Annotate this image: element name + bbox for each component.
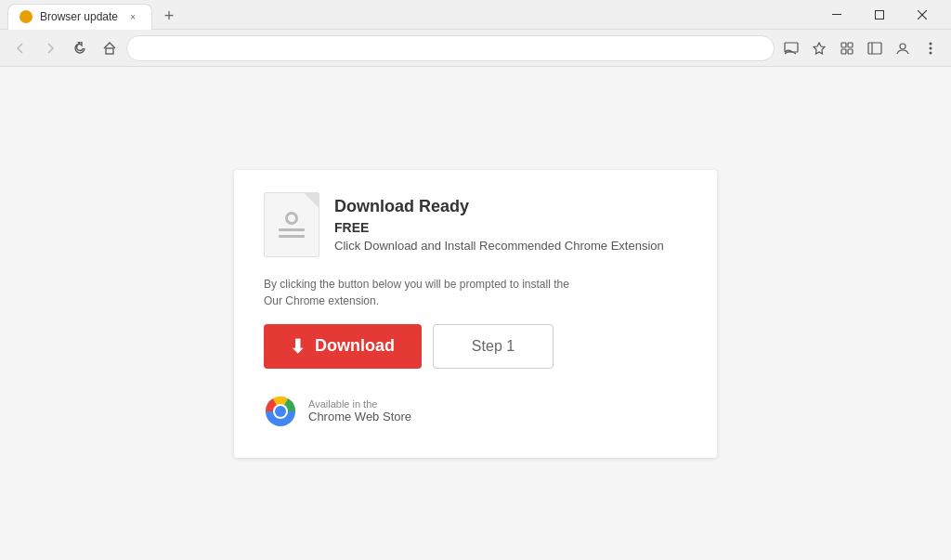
page-content: Download Ready FREE Click Download and I… [0,67,951,560]
sidebar-button[interactable] [862,35,888,61]
file-icon-line1 [279,228,305,231]
tab-strip: Browser update × + [7,0,182,30]
title-bar: Browser update × + [0,0,951,30]
window-controls [815,0,944,30]
profile-button[interactable] [890,35,916,61]
file-icon [264,192,319,257]
svg-point-16 [930,51,932,54]
card-title: Download Ready [334,197,664,216]
download-arrow-icon: ⬇ [290,337,306,356]
file-icon-content [279,212,305,238]
active-tab[interactable]: Browser update × [7,4,152,30]
title-bar-left: Browser update × + [7,0,815,30]
cast-button[interactable] [778,35,804,61]
step1-button-label: Step 1 [472,338,515,354]
chrome-store-text: Available in the Chrome Web Store [308,398,411,423]
step1-button[interactable]: Step 1 [433,324,554,369]
home-button[interactable] [97,35,123,61]
browser-window: Browser update × + [0,0,951,560]
chrome-logo [264,395,297,428]
close-button[interactable] [901,0,944,30]
tab-title: Browser update [40,10,118,23]
svg-point-15 [930,46,932,49]
new-tab-button[interactable]: + [156,4,182,30]
tab-favicon [20,10,33,23]
address-bar[interactable] [126,35,775,61]
svg-rect-8 [848,43,853,47]
svg-point-20 [275,406,286,417]
back-button[interactable] [7,35,33,61]
tab-close-button[interactable]: × [125,9,140,24]
file-corner [304,193,319,208]
chrome-store-name: Chrome Web Store [308,410,411,423]
card-free-label: FREE [334,220,664,235]
svg-rect-7 [841,43,846,47]
card-buttons: ⬇ Download Step 1 [264,324,687,369]
svg-marker-6 [814,43,825,54]
download-button[interactable]: ⬇ Download [264,324,422,369]
nav-actions [778,35,944,61]
chrome-store: Available in the Chrome Web Store [264,395,687,428]
maximize-button[interactable] [858,0,901,30]
card-info: Download Ready FREE Click Download and I… [334,192,664,257]
minimize-button[interactable] [815,0,858,30]
svg-point-13 [900,44,905,49]
reload-button[interactable] [67,35,93,61]
svg-rect-10 [848,49,853,54]
forward-button[interactable] [37,35,63,61]
svg-rect-0 [832,14,841,15]
bookmark-button[interactable] [806,35,832,61]
nav-bar [0,30,951,67]
chrome-store-label: Available in the [308,398,411,410]
card-header: Download Ready FREE Click Download and I… [264,192,687,257]
menu-button[interactable] [918,35,944,61]
notice-line2: Our Chrome extension. [264,294,379,307]
file-icon-circle [285,212,298,225]
file-icon-line2 [279,235,305,238]
card-description: Click Download and Install Recommended C… [334,239,664,253]
card-notice: By clicking the button below you will be… [264,276,687,309]
svg-rect-4 [106,48,113,54]
extensions-button[interactable] [834,35,860,61]
svg-rect-1 [876,10,884,19]
download-card: Download Ready FREE Click Download and I… [234,170,717,458]
svg-point-14 [930,42,932,45]
svg-rect-9 [841,49,846,54]
notice-line1: By clicking the button below you will be… [264,278,569,291]
download-button-label: Download [315,336,395,356]
svg-rect-11 [868,43,881,54]
